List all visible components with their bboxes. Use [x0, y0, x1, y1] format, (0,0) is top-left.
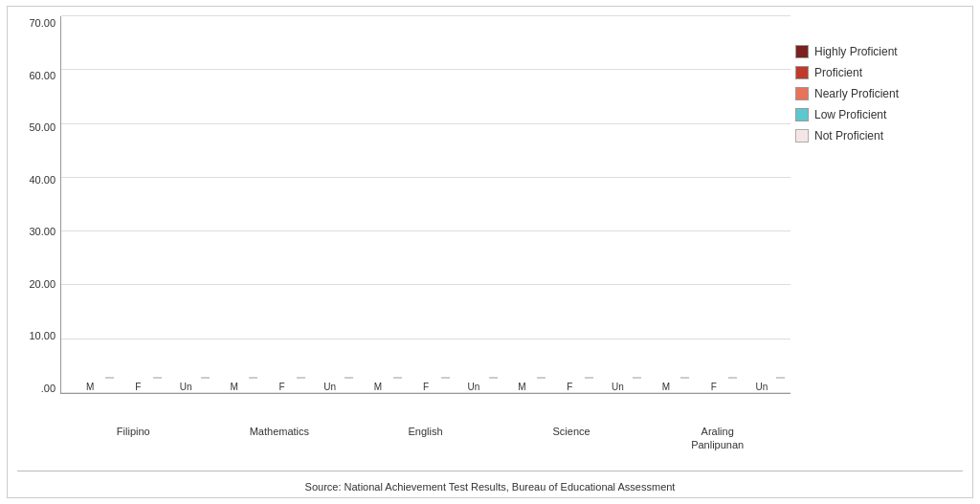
gender-group-m: M: [355, 377, 402, 393]
legend-swatch: [795, 129, 809, 142]
y-axis-label: 20.00: [29, 279, 56, 290]
gender-group-f: F: [690, 377, 737, 393]
subject-group-english: MFUn: [354, 377, 498, 393]
x-subject-araling: AralingPanlipunan: [644, 423, 791, 471]
legend-item-4: Not Proficient: [795, 129, 958, 142]
source-text: Source: National Achievement Test Result…: [17, 481, 963, 493]
legend-label: Proficient: [814, 66, 862, 79]
gender-bars: [115, 377, 162, 379]
gender-label: F: [423, 382, 429, 393]
legend-swatch: [795, 87, 809, 100]
gender-label: M: [230, 382, 237, 393]
gender-label: M: [86, 382, 94, 393]
gender-bars: [67, 377, 114, 379]
legend-item-1: Proficient: [795, 66, 958, 79]
y-axis-label: 40.00: [29, 175, 56, 186]
x-subject-science: Science: [499, 423, 645, 471]
legend: Highly ProficientProficientNearly Profic…: [791, 16, 963, 471]
gender-label: M: [518, 382, 525, 393]
chart-plot: 70.0060.0050.0040.0030.0020.0010.00.00 M…: [17, 16, 791, 423]
gender-label: Un: [323, 382, 336, 393]
gender-group-un: Un: [451, 377, 498, 393]
legend-item-3: Low Proficient: [795, 108, 958, 121]
subject-group-filipino: MFUn: [66, 377, 210, 393]
bar-ntp: [201, 377, 210, 379]
gender-bars: [163, 377, 210, 379]
y-axis: 70.0060.0050.0040.0030.0020.0010.00.00: [17, 16, 60, 423]
subject-group-mathematics: MFUn: [210, 377, 353, 393]
bar-ntp: [345, 377, 353, 379]
legend-item-0: Highly Proficient: [795, 45, 958, 58]
gender-label: Un: [468, 382, 480, 393]
gender-bars: [499, 377, 546, 379]
gender-label: F: [711, 382, 717, 393]
subject-group-science: MFUn: [498, 377, 641, 393]
gender-bars: [451, 377, 498, 379]
bar-ntp: [633, 377, 641, 379]
legend-swatch: [795, 66, 809, 79]
legend-label: Nearly Proficient: [814, 87, 899, 100]
bar-ntp: [728, 377, 737, 379]
x-labels: FilipinoMathematicsEnglishScienceAraling…: [60, 423, 791, 471]
gender-label: M: [662, 382, 670, 393]
x-subject-mathematics: Mathematics: [207, 423, 353, 471]
gender-group-f: F: [546, 377, 593, 393]
bar-ntp: [249, 377, 257, 379]
legend-item-2: Nearly Proficient: [795, 87, 958, 100]
gender-group-un: Un: [738, 377, 785, 393]
bar-ntp: [105, 377, 114, 379]
gender-group-f: F: [115, 377, 162, 393]
gender-group-f: F: [403, 377, 450, 393]
y-axis-label: 10.00: [29, 331, 56, 341]
chart-main: 70.0060.0050.0040.0030.0020.0010.00.00 M…: [17, 16, 963, 471]
gender-bars: [258, 377, 305, 379]
gender-label: Un: [612, 382, 624, 393]
y-axis-label: 70.00: [29, 18, 56, 29]
gender-group-m: M: [499, 377, 546, 393]
x-subject-name: Science: [553, 425, 590, 438]
legend-swatch: [795, 45, 809, 58]
gender-group-f: F: [258, 377, 305, 393]
bar-ntp: [393, 377, 402, 379]
gender-label: Un: [180, 382, 192, 393]
y-axis-label: 60.00: [29, 71, 56, 81]
gender-bars: [211, 377, 257, 379]
plot-area: MFUnMFUnMFUnMFUnMFUn: [60, 16, 791, 394]
gender-label: Un: [755, 382, 768, 393]
gender-group-un: Un: [594, 377, 641, 393]
gender-bars: [403, 377, 450, 379]
chart-container: 70.0060.0050.0040.0030.0020.0010.00.00 M…: [7, 6, 973, 498]
gender-bars: [355, 377, 402, 379]
gender-group-m: M: [211, 377, 257, 393]
gender-group-m: M: [67, 377, 114, 393]
subject-group-araling: MFUn: [642, 377, 786, 393]
bar-ntp: [680, 377, 689, 379]
y-axis-label: 30.00: [29, 227, 56, 237]
y-axis-label: 50.00: [29, 122, 56, 133]
x-subject-name: Mathematics: [250, 425, 309, 438]
x-subject-name: AralingPanlipunan: [691, 425, 744, 452]
gender-group-un: Un: [306, 377, 353, 393]
x-subject-name: English: [408, 425, 442, 438]
bar-ntp: [489, 377, 498, 379]
legend-swatch: [795, 108, 809, 121]
gender-bars: [546, 377, 593, 379]
gender-bars: [690, 377, 737, 379]
x-subject-name: Filipino: [117, 425, 150, 438]
y-axis-label: .00: [41, 383, 56, 394]
bar-ntp: [776, 377, 785, 379]
gender-label: M: [374, 382, 382, 393]
gender-group-m: M: [642, 377, 689, 393]
bar-ntp: [441, 377, 450, 379]
gender-label: F: [279, 382, 285, 393]
gender-bars: [642, 377, 689, 379]
bar-ntp: [585, 377, 593, 379]
bars-wrapper: MFUnMFUnMFUnMFUnMFUn: [61, 16, 791, 393]
gender-group-un: Un: [163, 377, 210, 393]
x-subject-english: English: [352, 423, 499, 471]
gender-bars: [306, 377, 353, 379]
gender-bars: [594, 377, 641, 379]
bar-ntp: [153, 377, 162, 379]
legend-label: Low Proficient: [814, 108, 886, 121]
legend-label: Not Proficient: [814, 129, 883, 142]
